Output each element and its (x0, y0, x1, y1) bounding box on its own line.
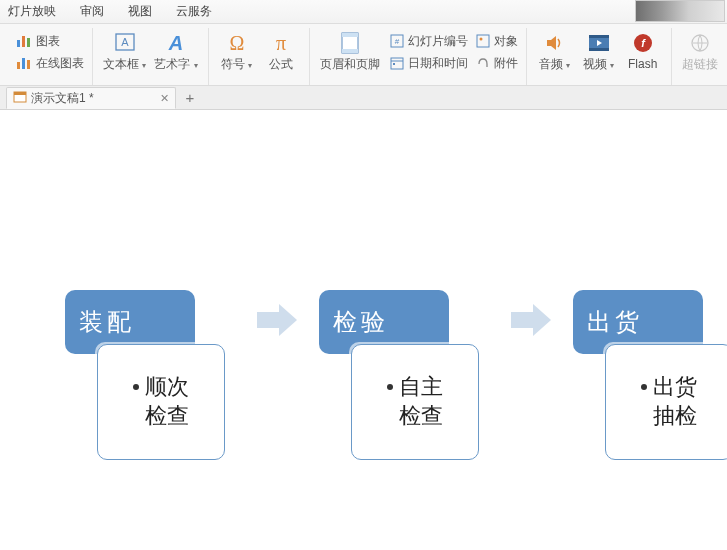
presentation-file-icon (13, 90, 27, 107)
symbol-label: 符号 ▾ (221, 57, 252, 71)
audio-icon (545, 32, 565, 54)
hyperlink-icon (690, 32, 710, 54)
date-time-button[interactable]: 日期和时间 (388, 52, 470, 74)
object-icon (476, 34, 490, 48)
flow-step-3-detail: 出货 抽检 (653, 373, 697, 430)
svg-rect-28 (14, 92, 26, 95)
wordart-button[interactable]: A 艺术字 ▾ (150, 30, 201, 84)
wordart-icon: A (165, 32, 187, 54)
user-avatar-area[interactable] (635, 0, 725, 22)
equation-label: 公式 (269, 57, 293, 71)
slide-number-icon: # (390, 34, 404, 48)
document-tab-title: 演示文稿1 * (31, 90, 94, 107)
svg-rect-23 (589, 48, 609, 51)
svg-rect-13 (342, 49, 358, 53)
video-button[interactable]: 视频 ▾ (577, 30, 621, 84)
menu-slideshow[interactable]: 灯片放映 (8, 3, 56, 20)
attachment-label: 附件 (494, 55, 518, 72)
svg-rect-0 (17, 40, 20, 47)
document-tab-bar: 演示文稿1 * ✕ + (0, 86, 727, 110)
slide-canvas[interactable]: 装配 顺次 检查 检验 自主 检查 出货 出货 抽检 (0, 110, 727, 550)
flash-button[interactable]: f Flash (621, 30, 665, 84)
attachment-button[interactable]: 附件 (474, 52, 520, 74)
omega-icon: Ω (226, 32, 248, 54)
flash-label: Flash (628, 57, 657, 71)
textbox-button[interactable]: A 文本框 ▾ (99, 30, 150, 84)
flow-step-1[interactable]: 装配 顺次 检查 (65, 290, 235, 465)
svg-text:Ω: Ω (229, 32, 244, 54)
symbol-button[interactable]: Ω 符号 ▾ (215, 30, 259, 84)
object-button[interactable]: 对象 (474, 30, 520, 52)
audio-button[interactable]: 音频 ▾ (533, 30, 577, 84)
bullet-icon (641, 384, 647, 390)
svg-rect-2 (27, 38, 30, 47)
pi-icon: π (270, 32, 292, 54)
attachment-icon (476, 56, 490, 70)
flow-step-2[interactable]: 检验 自主 检查 (319, 290, 489, 465)
ribbon-group-media: 音频 ▾ 视频 ▾ f Flash (527, 28, 672, 85)
svg-text:#: # (394, 37, 399, 46)
hyperlink-button: 超链接 (678, 30, 722, 84)
header-footer-button[interactable]: 页眉和页脚 (316, 30, 384, 84)
new-tab-button[interactable]: + (180, 87, 200, 107)
ribbon-group-hf: 页眉和页脚 # 幻灯片编号 日期和时间 对象 附件 (310, 28, 527, 85)
flow-step-1-detail: 顺次 检查 (145, 373, 189, 430)
online-chart-label: 在线图表 (36, 55, 84, 72)
menu-cloud[interactable]: 云服务 (176, 3, 212, 20)
svg-rect-5 (27, 60, 30, 69)
action-button: 动作 (722, 30, 727, 84)
document-tab-active[interactable]: 演示文稿1 * ✕ (6, 87, 176, 109)
svg-rect-1 (22, 36, 25, 47)
arrow-icon (255, 300, 299, 340)
ribbon-group-symbol: Ω 符号 ▾ π 公式 (209, 28, 310, 85)
object-label: 对象 (494, 33, 518, 50)
bullet-icon (387, 384, 393, 390)
bullet-icon (133, 384, 139, 390)
ribbon-group-link: 超链接 动作 (672, 28, 727, 85)
menu-review[interactable]: 审阅 (80, 3, 104, 20)
svg-rect-12 (342, 33, 358, 37)
svg-text:π: π (276, 32, 286, 54)
audio-label: 音频 ▾ (539, 57, 570, 71)
smartart-flow[interactable]: 装配 顺次 检查 检验 自主 检查 出货 出货 抽检 (65, 290, 727, 465)
chart-label: 图表 (36, 33, 60, 50)
flash-icon: f (633, 32, 653, 54)
svg-text:A: A (121, 36, 129, 48)
flow-step-3[interactable]: 出货 出货 抽检 (573, 290, 727, 465)
slide-number-label: 幻灯片编号 (408, 33, 468, 50)
menu-view[interactable]: 视图 (128, 3, 152, 20)
ribbon: 图表 在线图表 A 文本框 ▾ A 艺术字 ▾ (0, 24, 727, 86)
svg-rect-22 (589, 35, 609, 38)
svg-text:A: A (168, 32, 183, 54)
flow-step-1-body[interactable]: 顺次 检查 (97, 344, 225, 460)
video-icon (588, 32, 610, 54)
online-chart-icon (16, 56, 32, 70)
date-time-label: 日期和时间 (408, 55, 468, 72)
flow-step-3-body[interactable]: 出货 抽检 (605, 344, 727, 460)
menu-bar: 灯片放映 审阅 视图 云服务 (0, 0, 727, 24)
textbox-label: 文本框 ▾ (103, 57, 146, 71)
arrow-icon (509, 300, 553, 340)
close-tab-button[interactable]: ✕ (160, 92, 169, 105)
hyperlink-label: 超链接 (682, 57, 718, 71)
ribbon-group-text: A 文本框 ▾ A 艺术字 ▾ (93, 28, 209, 85)
wordart-label: 艺术字 ▾ (154, 57, 197, 71)
chart-button[interactable]: 图表 (14, 30, 86, 52)
textbox-icon: A (115, 32, 135, 54)
svg-rect-3 (17, 62, 20, 69)
online-chart-button[interactable]: 在线图表 (14, 52, 86, 74)
svg-point-20 (479, 38, 482, 41)
svg-rect-19 (477, 35, 489, 47)
date-time-icon (390, 56, 404, 70)
chart-icon (16, 34, 32, 48)
header-footer-icon (340, 32, 360, 54)
flow-step-2-body[interactable]: 自主 检查 (351, 344, 479, 460)
ribbon-group-chart: 图表 在线图表 (8, 28, 93, 85)
header-footer-label: 页眉和页脚 (320, 57, 380, 71)
equation-button[interactable]: π 公式 (259, 30, 303, 84)
svg-rect-16 (391, 58, 403, 69)
svg-rect-4 (22, 58, 25, 69)
video-label: 视频 ▾ (583, 57, 614, 71)
slide-number-button[interactable]: # 幻灯片编号 (388, 30, 470, 52)
svg-rect-18 (393, 63, 395, 65)
